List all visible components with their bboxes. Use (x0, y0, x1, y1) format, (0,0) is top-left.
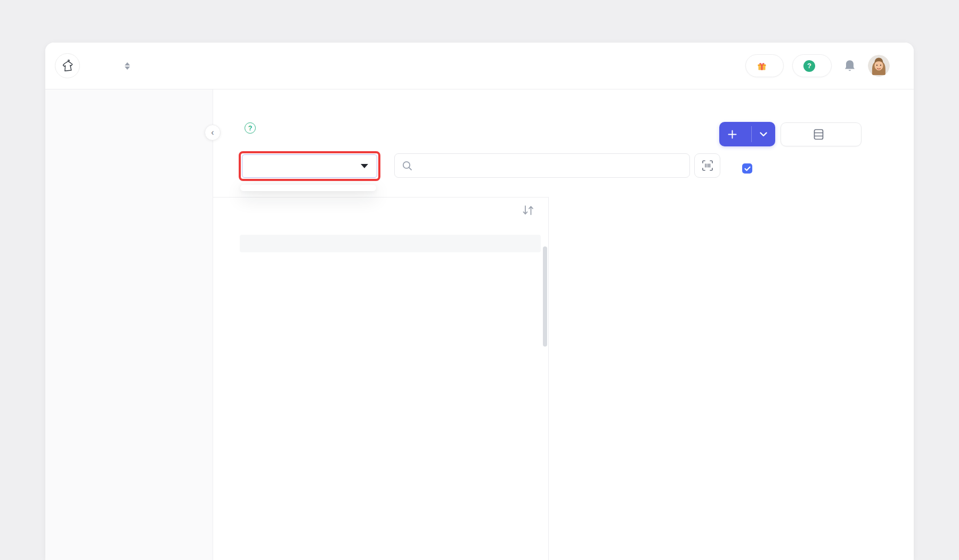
in-stock-checkbox[interactable] (742, 163, 752, 174)
add-item-button[interactable] (719, 122, 775, 146)
in-stock-filter[interactable] (742, 163, 759, 174)
user-guide-button[interactable]: ? (792, 54, 832, 77)
search-input[interactable] (418, 161, 682, 170)
app-window: ? (0, 0, 959, 560)
barcode-scan-icon (701, 159, 714, 172)
header-actions: ? (745, 54, 890, 77)
add-item-menu-button[interactable] (752, 122, 775, 146)
tutorial-highlight-box (239, 151, 380, 181)
search-box (394, 153, 690, 178)
checkmark-icon (744, 166, 751, 171)
referral-benefits-button[interactable] (745, 54, 784, 77)
content-area (213, 197, 914, 560)
page-title: ? (239, 121, 256, 134)
sidebar-collapse-button[interactable]: ‹ (205, 125, 221, 141)
tshirt-hanger-icon (60, 58, 76, 74)
barcode-scan-button[interactable] (694, 153, 720, 178)
chevron-down-icon (760, 132, 767, 137)
gift-icon (757, 61, 767, 71)
app-header: ? (45, 43, 914, 89)
notifications-bell-icon[interactable] (843, 59, 856, 73)
item-list-panel (213, 197, 549, 560)
sort-order-icon[interactable] (522, 204, 534, 219)
main-panel: ‹ ? (213, 89, 914, 560)
app-card: ? (45, 43, 914, 560)
item-detail-panel (549, 197, 914, 560)
search-icon (402, 161, 412, 171)
plus-icon (728, 130, 737, 139)
select-caret-icon (361, 164, 368, 168)
data-center-button[interactable] (781, 122, 862, 146)
list-scrollbar[interactable] (543, 246, 547, 347)
page-help-icon[interactable]: ? (245, 122, 256, 134)
workspace-switcher-icon[interactable] (125, 62, 130, 70)
workspace-logo[interactable] (55, 53, 80, 78)
sidebar-nav (45, 89, 213, 560)
database-icon (814, 129, 824, 140)
app-body: ‹ ? (45, 89, 914, 560)
location-dropdown-menu (240, 185, 376, 191)
user-avatar[interactable] (868, 55, 890, 77)
total-units-band (240, 235, 541, 252)
question-circle-icon: ? (803, 60, 815, 72)
location-select[interactable] (242, 154, 377, 178)
